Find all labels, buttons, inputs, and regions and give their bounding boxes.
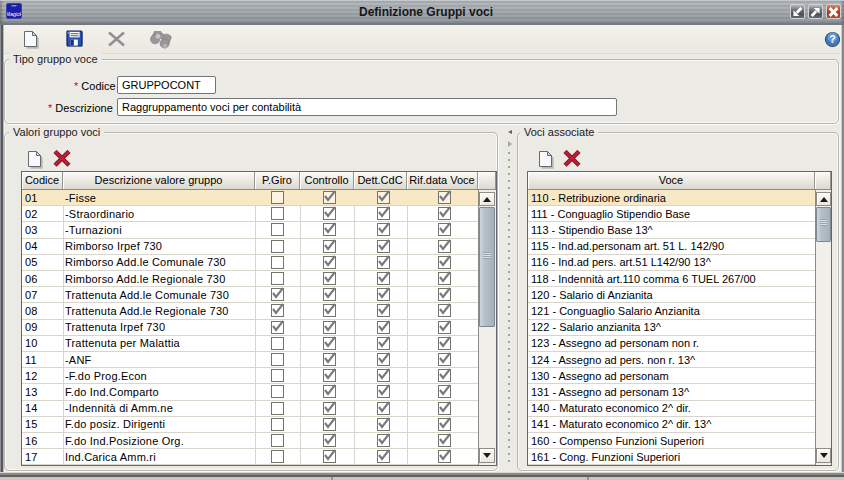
svg-text:Magick: Magick (7, 11, 21, 17)
svg-text:?: ? (829, 33, 835, 45)
